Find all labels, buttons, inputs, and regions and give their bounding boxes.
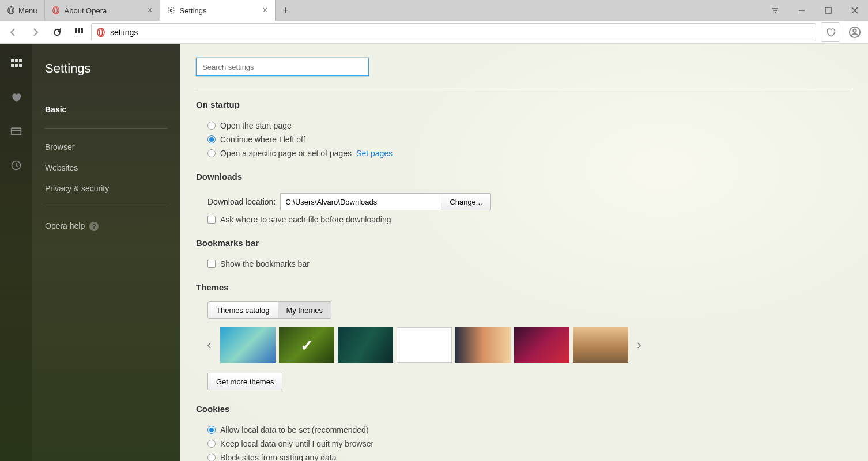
sidebar-item-basic[interactable]: Basic — [45, 99, 167, 120]
maximize-button[interactable] — [815, 0, 841, 21]
svg-rect-19 — [11, 64, 14, 67]
window-controls — [762, 0, 868, 21]
radio-icon[interactable] — [207, 440, 216, 448]
titlebar: Menu About Opera × Settings × + — [0, 0, 868, 21]
section-bookmarks: Bookmarks bar Show the bookmarks bar — [196, 238, 852, 271]
radio-icon[interactable] — [207, 122, 216, 130]
svg-point-2 — [52, 7, 59, 14]
theme-thumbnail[interactable] — [397, 327, 452, 363]
svg-point-13 — [99, 29, 102, 36]
checkbox-icon[interactable] — [207, 260, 216, 268]
set-pages-link[interactable]: Set pages — [356, 149, 393, 158]
sidebar-item-browser[interactable]: Browser — [45, 137, 167, 157]
separator — [45, 207, 167, 207]
theme-thumbnail[interactable] — [220, 327, 276, 363]
radio-icon[interactable] — [207, 426, 216, 434]
discover-icon[interactable] — [10, 126, 22, 139]
option-label: Show the bookmarks bar — [220, 259, 310, 269]
cookies-option-session[interactable]: Keep local data only until I quit my bro… — [196, 437, 852, 451]
startup-option-specific-page[interactable]: Open a specific page or set of pages Set… — [196, 146, 852, 160]
startup-option-start-page[interactable]: Open the start page — [196, 119, 852, 133]
close-icon[interactable]: × — [262, 6, 267, 15]
speed-dial-icon[interactable] — [10, 58, 22, 71]
svg-point-1 — [10, 7, 13, 14]
minimize-button[interactable] — [788, 0, 815, 21]
option-label: Ask where to save each file before downl… — [220, 215, 391, 224]
separator — [196, 89, 852, 89]
svg-point-4 — [170, 9, 172, 12]
section-title: On startup — [196, 100, 852, 109]
section-title: Bookmarks bar — [196, 238, 852, 248]
history-icon[interactable] — [10, 160, 22, 173]
close-icon[interactable]: × — [147, 6, 152, 15]
search-settings-input[interactable] — [196, 58, 369, 76]
svg-rect-7 — [78, 28, 80, 31]
theme-thumbnail[interactable] — [573, 327, 628, 363]
back-button[interactable] — [3, 22, 23, 42]
section-title: Cookies — [196, 404, 852, 414]
svg-rect-5 — [825, 7, 831, 13]
opera-icon — [52, 6, 60, 14]
option-label: Open the start page — [220, 121, 292, 130]
reload-button[interactable] — [47, 22, 67, 42]
svg-rect-6 — [75, 28, 77, 31]
themes-catalog-tab[interactable]: Themes catalog — [207, 301, 278, 319]
section-downloads: Downloads Download location: Change... A… — [196, 172, 852, 226]
profile-button[interactable] — [845, 22, 865, 42]
svg-rect-20 — [15, 64, 18, 67]
menu-button[interactable]: Menu — [0, 0, 45, 21]
carousel-next-button[interactable]: › — [632, 327, 647, 364]
download-location-label: Download location: — [207, 197, 276, 206]
content: Settings Basic Browser Websites Privacy … — [0, 44, 868, 461]
download-location-input[interactable] — [280, 193, 441, 210]
checkbox-icon[interactable] — [207, 216, 216, 224]
section-themes: Themes Themes catalog My themes ‹ › Get … — [196, 282, 852, 390]
bookmark-heart-button[interactable] — [821, 22, 840, 42]
speed-dial-button[interactable] — [69, 22, 89, 42]
address-bar[interactable] — [91, 23, 816, 41]
option-label: Open a specific page or set of pages — [220, 149, 352, 158]
option-label: Block sites from setting any data — [220, 453, 337, 461]
show-bookmarks-bar-option[interactable]: Show the bookmarks bar — [196, 257, 852, 271]
ask-before-download-option[interactable]: Ask where to save each file before downl… — [196, 213, 852, 226]
option-label: Continue where I left off — [220, 135, 305, 144]
heart-icon[interactable] — [10, 92, 22, 105]
cookies-option-block[interactable]: Block sites from setting any data — [196, 451, 852, 461]
section-cookies: Cookies Allow local data to be set (reco… — [196, 404, 852, 461]
sidebar-item-websites[interactable]: Websites — [45, 157, 167, 178]
sidebar-item-privacy[interactable]: Privacy & security — [45, 178, 167, 199]
tab-label: Settings — [180, 6, 207, 15]
tab-menu-icon[interactable] — [762, 0, 788, 21]
change-location-button[interactable]: Change... — [441, 193, 490, 210]
theme-thumbnail[interactable] — [514, 327, 569, 363]
gear-icon — [167, 6, 175, 14]
get-more-themes-button[interactable]: Get more themes — [207, 373, 282, 390]
svg-rect-16 — [11, 59, 14, 62]
svg-rect-9 — [75, 31, 77, 33]
theme-thumbnail[interactable] — [455, 327, 511, 363]
my-themes-tab[interactable]: My themes — [278, 301, 332, 319]
toolbar — [0, 21, 868, 44]
svg-rect-18 — [19, 59, 22, 62]
tab-settings[interactable]: Settings × — [160, 0, 276, 21]
theme-thumbnail[interactable] — [279, 327, 334, 363]
settings-sidebar: Settings Basic Browser Websites Privacy … — [32, 44, 180, 461]
forward-button[interactable] — [25, 22, 45, 42]
theme-thumbnail[interactable] — [338, 327, 393, 363]
icon-rail — [0, 44, 32, 461]
close-button[interactable] — [841, 0, 868, 21]
sidebar-item-help[interactable]: Opera help ? — [45, 216, 167, 237]
radio-icon[interactable] — [207, 149, 216, 157]
tab-about-opera[interactable]: About Opera × — [45, 0, 160, 21]
radio-icon[interactable] — [207, 454, 216, 461]
radio-icon[interactable] — [207, 135, 216, 143]
page-title: Settings — [45, 61, 167, 76]
svg-point-15 — [853, 29, 856, 32]
address-input[interactable] — [110, 28, 811, 37]
startup-option-continue[interactable]: Continue where I left off — [196, 133, 852, 146]
cookies-option-allow[interactable]: Allow local data to be set (recommended) — [196, 423, 852, 437]
new-tab-button[interactable]: + — [276, 0, 296, 21]
svg-rect-10 — [78, 31, 80, 33]
help-label: Opera help — [45, 221, 85, 231]
carousel-prev-button[interactable]: ‹ — [202, 327, 217, 364]
